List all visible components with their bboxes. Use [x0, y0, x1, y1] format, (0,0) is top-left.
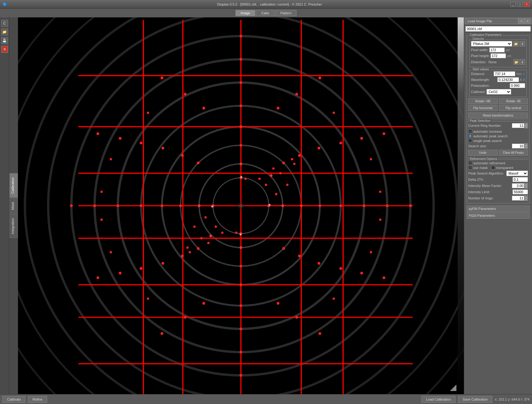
svg-point-98 [221, 232, 223, 234]
wavelength-unit: A [520, 78, 522, 82]
tab-pattern[interactable]: Pattern [275, 10, 297, 16]
distortion-info-icon[interactable]: ℹ [520, 59, 525, 65]
minimize-button[interactable]: _ [510, 2, 516, 7]
search-size-up[interactable]: ▲ [524, 143, 528, 146]
intensity-mean-spinner: ▲ ▼ [512, 183, 528, 189]
peak-search-algo-select[interactable]: Massif Blob [506, 171, 528, 176]
icon-folder[interactable]: 📁 [1, 29, 8, 35]
ring-number-input[interactable] [512, 123, 524, 128]
tab-image[interactable]: Image [235, 10, 256, 16]
load-calibration-button[interactable]: Load Calibration [421, 396, 455, 403]
search-size-down[interactable]: ▼ [524, 146, 528, 149]
rotate-neg-button[interactable]: Rotate -90 [499, 98, 528, 104]
detector-label: Detector [472, 37, 485, 41]
svg-point-50 [298, 255, 301, 257]
fit2d-params-button[interactable]: Fit2d Parameters [467, 212, 530, 219]
search-size-row: Search size: ▲ ▼ [468, 143, 528, 149]
svg-point-121 [147, 298, 149, 300]
pixel-width-input[interactable] [489, 47, 505, 52]
flip-h-button[interactable]: Flip horizontal [468, 105, 498, 111]
svg-point-51 [181, 154, 184, 157]
vtab-integration[interactable]: Integration [9, 214, 18, 238]
file-input[interactable] [465, 26, 531, 32]
single-peak-search-radio[interactable] [468, 139, 472, 143]
distance-check: ✓ [522, 72, 525, 76]
undo-button[interactable]: Undo [468, 150, 498, 156]
intensity-mean-label: Intensity Mean Factor: [468, 184, 502, 188]
intensity-mean-down[interactable]: ▼ [524, 186, 528, 189]
refine-button[interactable]: Refine [28, 396, 47, 403]
calibration-params-box: Calibration Parameters Detector Pilatus … [467, 35, 530, 120]
flip-v-button[interactable]: Flip vertical [499, 105, 528, 111]
delta-2th-input[interactable] [512, 177, 528, 182]
bottom-bar: Calibrate Refine Load Calibration Save C… [0, 394, 532, 404]
svg-point-72 [140, 142, 143, 144]
distortion-folder-icon[interactable]: 📁 [513, 59, 519, 65]
use-mask-checkbox[interactable] [468, 166, 472, 170]
num-rings-down[interactable]: ▼ [524, 198, 528, 201]
icon-c[interactable]: C [1, 20, 8, 27]
pixel-height-input[interactable] [490, 53, 506, 58]
auto-peak-search-label: automatic peak search [473, 134, 508, 138]
svg-point-84 [119, 137, 121, 140]
svg-point-49 [181, 255, 184, 257]
auto-refinement-checkbox[interactable] [468, 161, 472, 165]
load-image-button[interactable]: Load Image File [465, 18, 518, 24]
pixel-width-row: Pixel width: um [471, 47, 525, 52]
calibrant-select[interactable]: CeO2 LaB6 Si [486, 89, 511, 95]
intensity-limit-input[interactable] [512, 189, 528, 194]
num-rings-input[interactable] [512, 196, 524, 201]
save-calibration-button[interactable]: Save Calibration [458, 396, 492, 403]
image-area[interactable] [18, 17, 464, 394]
transparent-checkbox[interactable] [491, 166, 495, 170]
ring-number-spin-btns: ▲ ▼ [524, 123, 528, 128]
tab-cake[interactable]: Cake [256, 10, 275, 16]
detector-select[interactable]: Pilatus 2M [471, 41, 512, 47]
polarization-label: Polarization: [471, 84, 490, 87]
pixel-width-label: Pixel width: [471, 48, 488, 52]
clear-all-peaks-button[interactable]: Clear All Peaks [499, 150, 528, 156]
distance-row: Distance: mm ✓ [471, 71, 525, 76]
distance-unit: mm [516, 72, 521, 76]
detector-info-icon[interactable]: ℹ [520, 41, 525, 47]
calibrate-button[interactable]: Calibrate [2, 396, 25, 403]
polarization-input[interactable] [510, 83, 525, 88]
diffraction-image [18, 17, 464, 394]
maximize-button[interactable]: □ [517, 2, 523, 7]
wavelength-input[interactable] [497, 77, 519, 82]
nav-triangle[interactable] [450, 385, 456, 392]
intensity-mean-up[interactable]: ▲ [524, 183, 528, 186]
svg-point-128 [211, 206, 213, 208]
detector-box: Detector Pilatus 2M 📁 ℹ Pixel width: um [469, 39, 527, 67]
svg-point-103 [244, 178, 247, 180]
auto-increase-checkbox[interactable] [468, 129, 472, 133]
vtab-calibration[interactable]: Calibration [9, 173, 18, 198]
svg-point-36 [300, 204, 303, 207]
window-controls: _ □ × [510, 2, 530, 7]
ring-number-up[interactable]: ▲ [524, 123, 528, 126]
auto-increase-label: automatic increase [473, 130, 502, 133]
nav-next-button[interactable]: > [525, 18, 531, 24]
svg-point-126 [379, 219, 381, 221]
svg-point-47 [240, 283, 242, 286]
rotate-pos-button[interactable]: Rotate +90 [468, 98, 498, 104]
svg-point-69 [339, 142, 342, 144]
icon-close[interactable]: ✕ [1, 46, 8, 53]
peak-search-algo-row: Peak Search Algorithm: Massif Blob [468, 171, 528, 176]
vtab-mask[interactable]: Mask [9, 198, 18, 214]
distance-input[interactable] [494, 71, 515, 76]
auto-peak-search-radio[interactable] [468, 134, 472, 138]
close-button[interactable]: × [524, 2, 530, 7]
intensity-mean-input[interactable] [512, 183, 524, 188]
reset-transformations-button[interactable]: Reset transformations [468, 113, 528, 118]
pyfai-params-button[interactable]: pyFAI Parameters [467, 206, 530, 212]
histogram-bar[interactable] [458, 17, 464, 394]
svg-point-82 [119, 272, 121, 274]
detector-folder-icon[interactable]: 📁 [513, 41, 519, 47]
search-size-input[interactable] [512, 144, 524, 149]
num-rings-up[interactable]: ▲ [524, 195, 528, 198]
nav-prev-button[interactable]: < [518, 18, 525, 24]
icon-save[interactable]: 💾 [1, 37, 8, 44]
ring-number-down[interactable]: ▼ [524, 126, 528, 128]
svg-point-105 [272, 167, 275, 170]
